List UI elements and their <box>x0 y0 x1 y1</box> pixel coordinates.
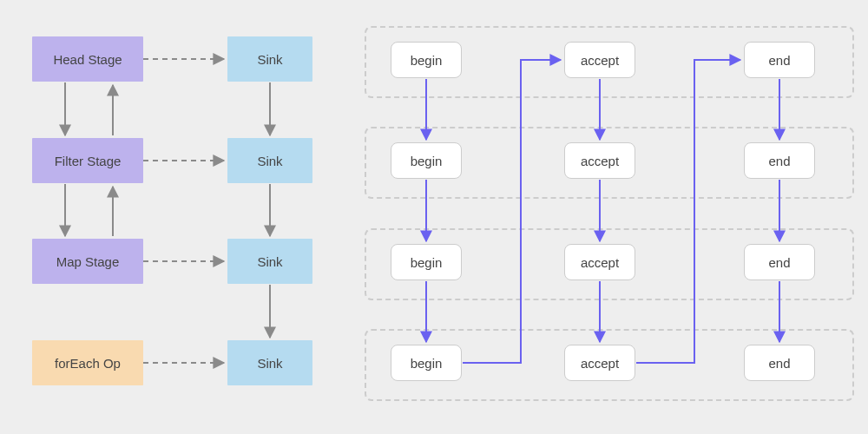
node-begin-0: begin <box>391 42 462 78</box>
op-foreach-label: forEach Op <box>55 356 121 371</box>
stage-filter-label: Filter Stage <box>55 154 122 168</box>
node-end-1: end <box>744 142 815 179</box>
node-accept-2: accept <box>564 244 635 280</box>
node-begin-1: begin <box>391 142 462 179</box>
node-end-3: end <box>744 345 815 381</box>
op-foreach: forEach Op <box>32 340 143 385</box>
sink-2: Sink <box>227 239 312 284</box>
sink-3-label: Sink <box>257 356 282 371</box>
node-begin-2: begin <box>391 244 462 280</box>
stage-map: Map Stage <box>32 239 143 284</box>
stage-head-label: Head Stage <box>53 52 122 67</box>
node-end-0: end <box>744 42 815 78</box>
sink-1: Sink <box>227 138 312 183</box>
node-begin-3: begin <box>391 345 462 381</box>
sink-0-label: Sink <box>257 52 282 67</box>
sink-0: Sink <box>227 36 312 82</box>
sink-3: Sink <box>227 340 312 385</box>
stage-filter: Filter Stage <box>32 138 143 183</box>
node-accept-0: accept <box>564 42 635 78</box>
node-accept-1: accept <box>564 142 635 179</box>
node-end-2: end <box>744 244 815 280</box>
arrow-accept3-end0 <box>636 60 740 363</box>
sink-1-label: Sink <box>257 154 282 168</box>
stage-map-label: Map Stage <box>56 254 120 269</box>
sink-2-label: Sink <box>257 254 282 269</box>
arrow-begin3-accept0 <box>463 60 561 363</box>
node-accept-3: accept <box>564 345 635 381</box>
stage-head: Head Stage <box>32 36 143 82</box>
